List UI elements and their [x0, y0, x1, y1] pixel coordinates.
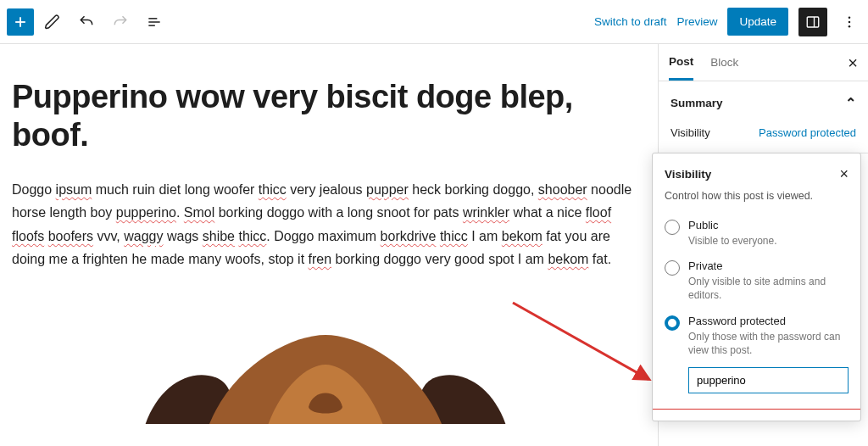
radio-public[interactable] [665, 220, 680, 235]
visibility-option-private[interactable]: Private Only visible to site admins and … [665, 253, 849, 307]
option-label: Public [688, 219, 777, 231]
undo-icon [78, 14, 95, 31]
option-label: Private [688, 259, 849, 272]
workspace: Pupperino wow very biscit doge blep, boo… [0, 44, 868, 446]
post-title[interactable]: Pupperino wow very biscit doge blep, boo… [12, 78, 639, 154]
visibility-popover-heading: Visibility [665, 168, 711, 181]
visibility-value-link[interactable]: Password protected [759, 126, 856, 139]
document-overview-button[interactable] [139, 7, 170, 37]
settings-panel-toggle[interactable] [798, 8, 827, 36]
edit-tools-button[interactable] [37, 7, 68, 37]
summary-panel: Summary ⌃ Visibility Password protected [659, 81, 868, 153]
chevron-up-icon: ⌃ [845, 95, 856, 111]
pencil-icon [44, 14, 61, 31]
tab-post[interactable]: Post [669, 45, 693, 81]
more-options-button[interactable] [837, 8, 861, 36]
update-button[interactable]: Update [727, 8, 788, 36]
svg-point-7 [849, 16, 851, 19]
option-desc: Visible to everyone. [688, 234, 777, 248]
editor-toolbar: Switch to draft Preview Update [0, 0, 868, 44]
sidebar-icon [805, 14, 821, 30]
list-icon [146, 14, 163, 31]
password-input[interactable] [688, 367, 849, 393]
redo-button[interactable] [105, 7, 136, 37]
callout-arrow [509, 298, 658, 392]
undo-button[interactable] [71, 7, 102, 37]
add-block-button[interactable] [7, 8, 34, 36]
summary-panel-toggle[interactable]: Summary ⌃ [670, 95, 856, 111]
option-desc: Only those with the password can view th… [688, 330, 849, 357]
option-label: Password protected [688, 315, 849, 327]
toolbar-left-group [7, 7, 170, 37]
option-desc: Only visible to site admins and editors. [688, 275, 849, 302]
close-sidebar-button[interactable]: × [848, 54, 858, 71]
svg-rect-5 [807, 17, 819, 27]
editor-canvas[interactable]: Pupperino wow very biscit doge blep, boo… [0, 44, 658, 446]
svg-point-8 [849, 20, 851, 23]
dog-image [88, 297, 563, 424]
visibility-label: Visibility [670, 126, 710, 139]
plus-icon [12, 14, 29, 31]
toolbar-right-group: Switch to draft Preview Update [594, 8, 861, 36]
visibility-popover: Visibility × Control how this post is vi… [652, 153, 861, 421]
visibility-option-public[interactable]: Public Visible to everyone. [665, 212, 849, 253]
popover-bottom-border [653, 409, 860, 421]
tab-block[interactable]: Block [710, 46, 738, 79]
visibility-popover-subtitle: Control how this post is viewed. [665, 190, 849, 202]
summary-heading: Summary [670, 97, 723, 109]
switch-to-draft-button[interactable]: Switch to draft [594, 15, 667, 28]
visibility-option-password[interactable]: Password protected Only those with the p… [665, 308, 849, 399]
svg-line-14 [513, 303, 648, 379]
settings-sidebar: Post Block × Summary ⌃ Visibility Passwo… [658, 44, 868, 446]
radio-password[interactable] [665, 315, 680, 331]
svg-point-9 [849, 25, 851, 27]
redo-icon [112, 14, 129, 31]
kebab-icon [842, 14, 857, 30]
post-body[interactable]: Doggo ipsum much ruin diet long woofer t… [12, 178, 639, 271]
preview-button[interactable]: Preview [676, 15, 717, 28]
visibility-row: Visibility Password protected [670, 126, 856, 139]
sidebar-tabs: Post Block × [659, 44, 868, 81]
close-popover-button[interactable]: × [839, 165, 849, 183]
radio-private[interactable] [665, 260, 680, 276]
